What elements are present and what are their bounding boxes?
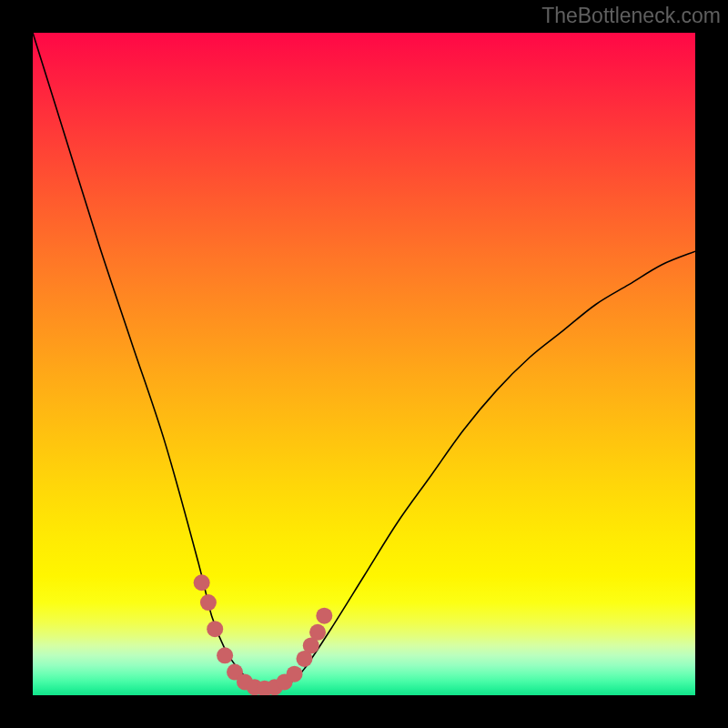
marker-dot xyxy=(194,574,210,591)
marker-dot xyxy=(200,594,217,611)
marker-dot xyxy=(309,624,326,641)
curve-layer xyxy=(33,33,695,695)
marker-dot xyxy=(207,621,223,637)
marker-dot xyxy=(217,647,233,663)
bottleneck-curve xyxy=(33,33,695,690)
highlight-markers xyxy=(194,574,333,695)
watermark-text: TheBottleneck.com xyxy=(541,4,721,28)
chart-plot-area xyxy=(33,33,695,695)
marker-dot xyxy=(316,608,332,624)
marker-dot xyxy=(287,666,303,682)
